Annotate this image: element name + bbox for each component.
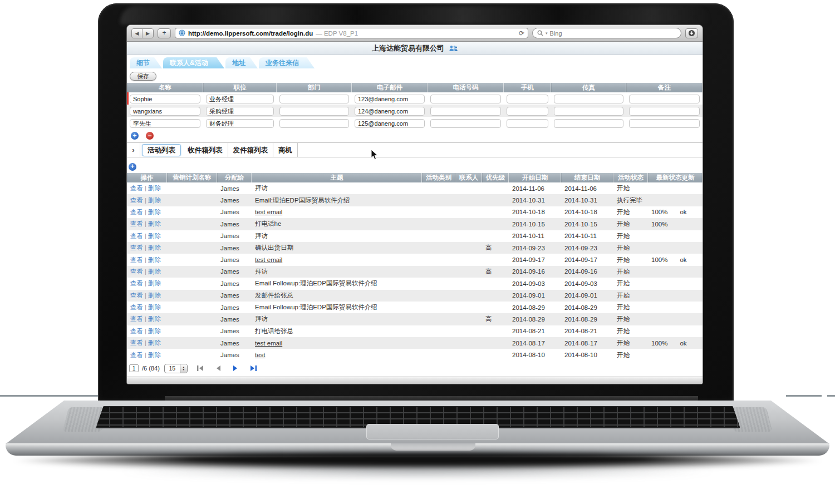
delete-link[interactable]: 删除	[148, 185, 161, 191]
downloads-button[interactable]	[685, 28, 698, 38]
page-tab-1[interactable]: 细节	[130, 57, 162, 68]
forward-button[interactable]: ▶	[143, 29, 153, 38]
contact-field-input[interactable]	[430, 95, 501, 103]
last-page-icon[interactable]	[250, 365, 257, 372]
delete-link[interactable]: 删除	[148, 233, 161, 239]
activity-subject-link[interactable]: test email	[255, 209, 282, 215]
contact-field-input[interactable]	[554, 107, 623, 116]
contact-field-input[interactable]	[130, 95, 200, 103]
contact-field-input[interactable]	[629, 119, 700, 128]
delete-link[interactable]: 删除	[148, 339, 161, 346]
activity-status: 开始	[613, 220, 648, 228]
contact-cell	[203, 93, 277, 104]
activity-subject-link[interactable]: test	[255, 352, 266, 358]
next-page-icon[interactable]	[233, 365, 238, 372]
search-input[interactable]	[550, 30, 676, 37]
contact-field-input[interactable]	[355, 119, 425, 128]
contact-field-input[interactable]	[130, 119, 200, 128]
activity-end-date: 2014-08-29	[561, 316, 613, 323]
list-tab-4[interactable]: 商机	[273, 143, 298, 157]
contacts-column-header: 传真	[551, 83, 626, 92]
contact-field-input[interactable]	[430, 107, 501, 116]
view-link[interactable]: 查看	[130, 339, 143, 346]
contact-field-input[interactable]	[206, 119, 274, 128]
expand-chevron-icon[interactable]: ›	[127, 143, 140, 157]
address-bar[interactable]: http://demo.lippersoft.com/trade/login.d…	[175, 28, 528, 38]
list-tab-3[interactable]: 发件箱列表	[228, 143, 274, 157]
activities-column-header: 联系人	[455, 173, 482, 182]
activity-status: 开始	[613, 208, 648, 216]
list-tab-1[interactable]: 活动列表	[142, 144, 181, 156]
view-link[interactable]: 查看	[130, 315, 143, 322]
activity-subject-link[interactable]: test email	[255, 256, 282, 263]
delete-link[interactable]: 删除	[148, 244, 161, 251]
view-link[interactable]: 查看	[130, 268, 143, 275]
view-link[interactable]: 查看	[130, 328, 143, 334]
contact-field-input[interactable]	[430, 119, 501, 128]
new-tab-button[interactable]: +	[158, 28, 171, 38]
delete-link[interactable]: 删除	[148, 352, 161, 358]
activity-actions: 查看|删除	[127, 315, 167, 323]
contact-field-input[interactable]	[629, 95, 700, 103]
view-link[interactable]: 查看	[130, 209, 143, 215]
activity-subject: 拜访	[252, 315, 422, 323]
contact-field-input[interactable]	[130, 107, 200, 116]
view-link[interactable]: 查看	[130, 244, 143, 251]
add-activity-button[interactable]: +	[129, 163, 136, 171]
contact-field-input[interactable]	[206, 107, 274, 116]
remove-contact-button[interactable]: −	[146, 132, 154, 140]
first-page-icon[interactable]	[197, 365, 204, 372]
page-header: 上海达能贸易有限公司	[127, 42, 703, 55]
link-separator: |	[145, 280, 146, 286]
contact-field-input[interactable]	[355, 95, 425, 103]
view-link[interactable]: 查看	[130, 185, 143, 191]
contact-field-input[interactable]	[507, 95, 548, 103]
contact-field-input[interactable]	[507, 107, 548, 116]
back-button[interactable]: ◀	[132, 29, 143, 38]
add-contact-button[interactable]: +	[131, 132, 139, 140]
contact-field-input[interactable]	[279, 107, 349, 116]
view-link[interactable]: 查看	[130, 352, 143, 358]
contact-field-input[interactable]	[507, 119, 548, 128]
save-button[interactable]: 保存	[130, 72, 156, 81]
page-tab-3[interactable]: 地址	[225, 57, 258, 68]
view-link[interactable]: 查看	[130, 256, 143, 263]
delete-link[interactable]: 删除	[148, 304, 161, 310]
activities-column-header: 开始日期	[509, 173, 561, 182]
view-link[interactable]: 查看	[130, 292, 143, 299]
delete-link[interactable]: 删除	[148, 328, 161, 334]
delete-link[interactable]: 删除	[148, 268, 161, 275]
delete-link[interactable]: 删除	[148, 292, 161, 299]
contact-field-input[interactable]	[554, 95, 623, 103]
view-link[interactable]: 查看	[130, 197, 143, 204]
contact-field-input[interactable]	[554, 119, 623, 128]
contact-field-input[interactable]	[629, 107, 700, 116]
delete-link[interactable]: 删除	[148, 280, 161, 286]
view-link[interactable]: 查看	[130, 220, 143, 227]
activity-subject-link[interactable]: test email	[255, 340, 282, 347]
delete-link[interactable]: 删除	[148, 209, 161, 215]
desk-edge-line	[0, 395, 98, 397]
reload-icon[interactable]: ⟳	[519, 29, 524, 37]
page-size-select[interactable]: 15 ▲▼	[164, 364, 188, 373]
delete-link[interactable]: 删除	[148, 315, 161, 322]
previous-page-icon[interactable]	[215, 365, 221, 372]
delete-link[interactable]: 删除	[148, 197, 161, 204]
link-separator: |	[145, 256, 146, 263]
contact-field-input[interactable]	[206, 95, 274, 103]
view-link[interactable]: 查看	[130, 304, 143, 310]
search-bar[interactable]: ▾	[532, 28, 681, 38]
contact-field-input[interactable]	[279, 95, 349, 103]
contact-cell	[203, 106, 277, 116]
activity-assigned: James	[217, 256, 252, 263]
page-tab-2[interactable]: 联系人&活动	[163, 57, 224, 68]
contact-field-input[interactable]	[355, 107, 425, 116]
page-tab-4[interactable]: 业务往来信息	[259, 57, 315, 68]
view-link[interactable]: 查看	[130, 233, 143, 239]
page-number-input[interactable]	[129, 364, 139, 372]
delete-link[interactable]: 删除	[148, 220, 161, 227]
view-link[interactable]: 查看	[130, 280, 143, 286]
list-tab-2[interactable]: 收件箱列表	[183, 143, 228, 157]
contact-field-input[interactable]	[279, 119, 349, 128]
delete-link[interactable]: 删除	[148, 256, 161, 263]
